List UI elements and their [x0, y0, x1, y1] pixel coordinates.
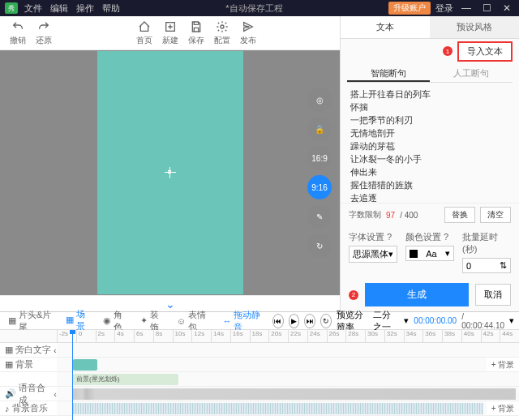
char-count: 97: [386, 211, 395, 220]
delay-setting-label: 批量延时(秒): [462, 231, 511, 255]
replace-button[interactable]: 替换: [444, 207, 475, 223]
window-title: *自动保存工程: [120, 2, 388, 15]
generate-button[interactable]: 生成: [365, 283, 469, 306]
tab-preset-style[interactable]: 预设风格: [430, 16, 519, 38]
svg-point-1: [221, 25, 224, 28]
font-setting-label: 字体设置 ?: [349, 231, 397, 243]
import-text-button[interactable]: 导入文本: [457, 41, 513, 62]
menu-help[interactable]: 帮助: [102, 2, 120, 15]
delay-input[interactable]: 0⇅: [462, 258, 511, 273]
track-bg[interactable]: [57, 358, 487, 371]
lock-tool-icon[interactable]: 🔒: [307, 117, 332, 141]
menu-edit[interactable]: 编辑: [50, 2, 68, 15]
home-button[interactable]: 首页: [136, 20, 152, 46]
chevron-down-icon: ▾: [445, 248, 450, 259]
playhead[interactable]: [72, 330, 73, 420]
new-button[interactable]: 新建: [162, 20, 178, 46]
crosshair-icon: [165, 167, 176, 178]
ratio-169-button[interactable]: 16:9: [307, 146, 332, 170]
color-setting-label: 颜色设置 ?: [405, 231, 454, 243]
ratio-916-button[interactable]: 9:16: [307, 175, 332, 199]
minimize-icon[interactable]: —: [458, 2, 474, 14]
app-logo-icon: 秀: [5, 2, 18, 14]
menu-action[interactable]: 操作: [76, 2, 94, 15]
add-bgm-button[interactable]: + 背景: [487, 403, 519, 414]
tab-manual-segment[interactable]: 人工断句: [430, 63, 513, 82]
bg-clip-label[interactable]: 前景(星光划烁): [73, 374, 178, 385]
refresh-tool-icon[interactable]: ↻: [307, 234, 332, 258]
track-bg-label: 背景: [15, 358, 33, 371]
bgm-waveform[interactable]: [73, 403, 483, 414]
preview-canvas[interactable]: [97, 51, 243, 294]
track-text[interactable]: [57, 343, 519, 357]
redo-button[interactable]: 还原: [36, 20, 52, 46]
track-bgm-label: 背景音乐: [12, 402, 48, 414]
voice-waveform[interactable]: [73, 388, 516, 400]
next-frame-button[interactable]: ⏭: [304, 314, 315, 328]
step-badge-1: 1: [443, 46, 453, 56]
step-badge-2: 2: [349, 290, 358, 300]
login-button[interactable]: 登录: [435, 2, 453, 15]
bg-clip[interactable]: [73, 359, 97, 371]
current-time: 00:00:00.00: [414, 316, 457, 325]
loop-button[interactable]: ↻: [320, 314, 332, 328]
maximize-icon[interactable]: ☐: [479, 2, 495, 14]
timeline-ruler[interactable]: -2s02s4s6s8s10s12s14s16s18s20s22s24s26s2…: [0, 330, 519, 343]
resolution-select[interactable]: 二分之一: [373, 309, 399, 333]
undo-button[interactable]: 撤销: [10, 20, 26, 46]
menu-file[interactable]: 文件: [24, 2, 42, 15]
font-select[interactable]: 思源黑体▾: [349, 246, 397, 263]
edit-tool-icon[interactable]: ✎: [307, 204, 332, 229]
target-tool-icon[interactable]: ◎: [307, 88, 332, 112]
track-bgm[interactable]: [57, 401, 487, 415]
save-button[interactable]: 保存: [188, 20, 204, 46]
tab-text[interactable]: 文本: [341, 16, 430, 38]
chevron-down-icon: ▾: [388, 249, 393, 259]
publish-button[interactable]: 发布: [240, 20, 256, 46]
play-button[interactable]: ▶: [289, 314, 300, 328]
track-bg-2[interactable]: 前景(星光划烁): [57, 372, 519, 386]
close-icon[interactable]: ✕: [500, 2, 514, 14]
char-limit-label: 字数限制: [349, 209, 381, 221]
lyrics-editor[interactable]: 搭上开往春日的列车怀揣 一把季节的利刃无情地剖开 躁动的芽苞让冰裂一冬的小手 伸…: [341, 83, 519, 203]
clear-button[interactable]: 清空: [480, 207, 511, 223]
config-button[interactable]: 配置: [214, 20, 230, 46]
upgrade-button[interactable]: 升级账户: [388, 2, 431, 15]
total-duration: / 00:00:44.10: [461, 312, 504, 330]
color-select[interactable]: Aa▾: [405, 246, 454, 261]
char-max: / 400: [400, 211, 418, 220]
cancel-button[interactable]: 取消: [475, 284, 511, 306]
prev-frame-button[interactable]: ⏮: [272, 314, 284, 328]
tab-auto-segment[interactable]: 智能断句: [347, 63, 430, 82]
resolution-label: 预览分辨率: [337, 309, 369, 333]
track-text-label: 旁白文字: [15, 344, 51, 356]
add-bg-button[interactable]: + 背景: [487, 359, 519, 371]
track-voice[interactable]: [57, 387, 519, 401]
